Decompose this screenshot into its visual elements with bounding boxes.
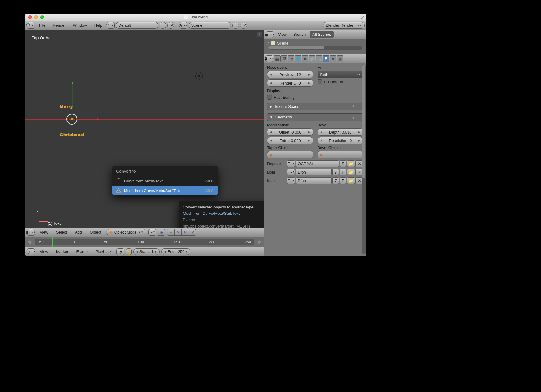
timeline-menu-playback[interactable]: Playback — [92, 248, 115, 255]
menu-window[interactable]: Window — [70, 22, 90, 29]
preview-resolution-field[interactable]: ◀Preview : 12▶ — [267, 71, 313, 78]
tab-render[interactable]: 📷 — [274, 55, 281, 62]
font-open-italic[interactable]: 📁 — [347, 177, 355, 184]
editor-type-timeline[interactable]: ◷▲▼ — [27, 248, 35, 255]
zoom-window-button[interactable] — [40, 15, 44, 19]
view3d-menu-select[interactable]: Select — [53, 229, 70, 236]
outliner-display-mode[interactable]: All Scenes — [310, 31, 333, 38]
delete-screen-layout[interactable]: ✕ — [167, 22, 174, 29]
view3d-menu-add[interactable]: Add — [72, 229, 85, 236]
bevel-depth-field[interactable]: ◀Depth: 0.010▶ — [318, 128, 364, 136]
outliner-scrollbar[interactable] — [268, 46, 362, 50]
view3d-menu-view[interactable]: View — [37, 229, 51, 236]
autokey-toggle[interactable]: ◔ — [116, 248, 124, 255]
end-frame-field[interactable]: ◀ End: 250 ▶ — [161, 248, 190, 255]
font-browse-regular[interactable]: F▲▼ — [287, 160, 295, 167]
window-title-text: Title.blend — [190, 15, 208, 19]
manipulator-rotate[interactable]: ↻ — [182, 229, 189, 236]
font-f-bold[interactable]: F — [340, 169, 346, 175]
screen-layout-select[interactable]: Default — [116, 22, 158, 29]
timeline-menu-view[interactable]: View — [37, 248, 51, 255]
scene-icon[interactable]: ◔▲▼ — [180, 22, 187, 29]
menu-render[interactable]: Render — [50, 22, 69, 29]
font-browse-italic[interactable]: F▲▼ — [287, 177, 295, 184]
fullscreen-icon[interactable]: ⤢ — [361, 15, 365, 20]
font-open-regular[interactable]: 📁 — [347, 160, 355, 167]
close-window-button[interactable] — [28, 15, 32, 19]
3d-viewport[interactable]: Top Ortho + Merry Christmas! y x (1) Tex… — [25, 30, 264, 228]
bevel-object-select[interactable]: ◆ — [318, 151, 364, 158]
scene-select[interactable]: Scene — [189, 22, 231, 29]
active-object-label: (1) Text — [48, 221, 61, 226]
view3d-menu-object[interactable]: Object — [87, 229, 104, 236]
manipulator-scale[interactable]: ⤢ — [189, 229, 196, 236]
extrude-field[interactable]: ◀Extru: 0.020▶ — [267, 137, 313, 144]
tab-modifiers[interactable]: 🔧 — [316, 55, 322, 62]
lock-icon[interactable]: 🔒 — [126, 248, 132, 255]
editor-type-view3d[interactable]: ◧▲▼ — [27, 229, 35, 236]
lamp-object[interactable] — [195, 72, 203, 80]
render-resolution-field[interactable]: ◀Render U: 0▶ — [267, 79, 313, 87]
screen-layout-icon[interactable]: ▯▯▲▼ — [107, 22, 115, 29]
font-browse-bold[interactable]: F▲▼ — [287, 169, 295, 175]
manipulator-translate[interactable]: ⤧ — [174, 229, 182, 236]
delete-scene[interactable]: ✕ — [240, 22, 247, 29]
text-object[interactable]: Merry Christmas! — [60, 88, 85, 144]
timeline-menu-frame[interactable]: Frame — [73, 248, 91, 255]
outliner-body[interactable]: ⊖ Scene — [264, 39, 366, 54]
add-scene[interactable]: + — [232, 22, 239, 29]
tab-world[interactable]: 🌐 — [295, 55, 301, 62]
menu-help[interactable]: Help — [91, 22, 106, 29]
outliner-menu-view[interactable]: View — [276, 31, 289, 38]
properties-scrollbar[interactable] — [362, 65, 366, 254]
outliner-row-scene[interactable]: ⊖ Scene — [267, 40, 364, 46]
add-screen-layout[interactable]: + — [160, 22, 166, 29]
font-name-regular[interactable]: OCRASt — [296, 160, 339, 167]
timeline-scroll-left[interactable] — [28, 240, 32, 244]
editor-type-info[interactable]: ⓘ▲▼ — [27, 22, 35, 29]
timeline-scroll-right[interactable] — [257, 240, 261, 244]
fill-deformed-checkbox[interactable]: Fill Deform... — [318, 79, 364, 84]
tab-render-layers[interactable]: 🖼 — [281, 55, 287, 62]
render-engine-select[interactable]: Blender Render▲▼ — [323, 22, 365, 29]
minimize-window-button[interactable] — [34, 15, 38, 19]
tab-texture[interactable]: ▦ — [337, 55, 343, 62]
font-name-italic[interactable]: Bfon — [296, 177, 332, 184]
start-frame-field[interactable]: ◀ Start: 1 ▶ — [133, 248, 160, 255]
shading-select[interactable]: ▲▼ — [148, 229, 156, 236]
font-users-italic[interactable]: 7 — [332, 177, 339, 184]
editor-type-properties[interactable]: ⚙▲▼ — [265, 55, 273, 62]
font-f-regular[interactable]: F — [340, 160, 346, 167]
bevel-resolution-field[interactable]: ◀Resolution: 0▶ — [318, 137, 364, 144]
offset-field[interactable]: ◀Offset: 0.000▶ — [267, 128, 313, 136]
disclosure-icon[interactable]: ⊖ — [267, 41, 269, 45]
timeline-menu-marker[interactable]: Marker — [53, 248, 71, 255]
font-f-italic[interactable]: F — [340, 177, 346, 184]
taper-object-select[interactable]: ◆ — [267, 151, 313, 158]
tab-material[interactable]: ● — [330, 55, 336, 62]
tab-object[interactable]: ◆ — [302, 55, 308, 62]
outliner-menu-search[interactable]: Search — [291, 31, 308, 38]
panel-geometry[interactable]: ▼Geometry⋮⋮ — [267, 113, 363, 121]
region-split-handle[interactable]: + — [257, 32, 262, 37]
tab-data-font[interactable]: F — [323, 55, 329, 62]
timeline-region[interactable]: -50 0 50 100 150 200 250 — [25, 237, 264, 247]
manipulator-toggle[interactable]: ↔ — [167, 229, 174, 236]
editor-type-outliner[interactable]: ☰▲▼ — [266, 31, 274, 38]
mode-select[interactable]: ◆ Object Mode ▲▼ — [106, 229, 147, 235]
pivot-median[interactable]: ◉ — [158, 229, 165, 236]
properties-body[interactable]: Resolution: ◀Preview : 12▶ ◀Render U: 0▶… — [264, 63, 366, 256]
fill-mode-select[interactable]: Both▲▼ — [318, 71, 364, 78]
font-name-bold[interactable]: Bfon — [296, 169, 332, 175]
panel-texture-space[interactable]: ▶Texture Space⋮⋮ — [267, 103, 363, 110]
tab-constraints[interactable]: 🔗 — [309, 55, 315, 62]
font-users-bold[interactable]: 7 — [332, 169, 339, 175]
convert-to-mesh-item[interactable]: Mesh from Curve/Meta/Surf/Text Alt C — [112, 186, 218, 195]
convert-to-curve-item[interactable]: ⌒ Curve from Mesh/Text Alt C — [112, 176, 218, 186]
tab-scene[interactable]: ◔ — [288, 55, 294, 62]
fast-editing-checkbox[interactable]: Fast Editing — [267, 95, 363, 100]
menu-file[interactable]: File — [36, 22, 49, 29]
mode-label: Object Mode — [114, 230, 137, 234]
font-open-bold[interactable]: 📁 — [347, 169, 355, 175]
timeline-track[interactable]: -50 0 50 100 150 200 250 — [35, 239, 254, 245]
